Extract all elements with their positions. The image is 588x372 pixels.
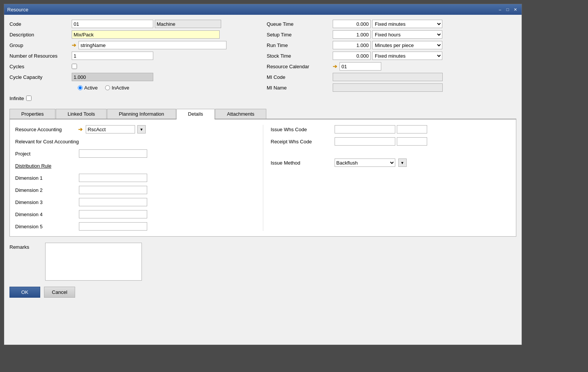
cycles-label: Cycles — [9, 64, 70, 69]
inactive-radio-item: InActive — [105, 85, 129, 91]
group-row: Group ➔ — [9, 41, 259, 50]
issue-whs-extra-input[interactable] — [397, 125, 427, 133]
queue-time-input[interactable] — [333, 20, 371, 28]
mi-name-input[interactable] — [333, 83, 443, 92]
active-label: Active — [84, 85, 97, 91]
issue-method-label: Issue Method — [271, 160, 332, 166]
tab-bar: Properties Linked Tools Planning Informa… — [9, 109, 516, 119]
num-resources-label: Number of Resources — [9, 53, 70, 59]
setup-time-row: Setup Time Fixed hours Fixed minutes Min… — [267, 30, 516, 39]
queue-time-label: Queue Time — [267, 21, 331, 27]
issue-method-select[interactable]: Backflush Manual Automatic — [335, 159, 395, 167]
top-section: Code Description Group ➔ Number — [9, 19, 516, 103]
mi-code-input[interactable] — [333, 73, 443, 81]
issue-whs-inputs — [335, 125, 427, 133]
minimize-button[interactable]: – — [497, 6, 503, 13]
resource-accounting-dropdown-btn[interactable]: ▼ — [137, 125, 146, 133]
tab-details[interactable]: Details — [176, 109, 215, 119]
cycle-capacity-label: Cycle Capacity — [9, 74, 70, 80]
setup-time-label: Setup Time — [267, 32, 331, 38]
description-row: Description — [9, 30, 259, 39]
tab-linked-tools[interactable]: Linked Tools — [56, 109, 107, 119]
dimension2-row: Dimension 2 — [15, 185, 255, 195]
code-input[interactable] — [72, 20, 153, 28]
remarks-section: Remarks — [9, 243, 516, 281]
cycle-capacity-input[interactable] — [72, 73, 153, 81]
description-input[interactable] — [72, 30, 220, 39]
receipt-whs-extra-input[interactable] — [397, 137, 427, 146]
dimension3-row: Dimension 3 — [15, 198, 255, 207]
project-input[interactable] — [79, 149, 147, 158]
spacer — [271, 149, 511, 155]
cycles-checkbox[interactable] — [72, 64, 77, 69]
resource-calendar-label: Resource Calendar — [267, 64, 331, 69]
tab-attachments[interactable]: Attachments — [215, 109, 266, 119]
group-arrow-icon: ➔ — [72, 42, 76, 48]
tab-properties[interactable]: Properties — [9, 109, 55, 119]
num-resources-input[interactable] — [72, 52, 153, 60]
code-label: Code — [9, 21, 70, 27]
cancel-button[interactable]: Cancel — [44, 287, 75, 298]
receipt-whs-input[interactable] — [335, 137, 395, 146]
dimension5-label: Dimension 5 — [15, 224, 76, 229]
close-button[interactable]: ✕ — [512, 6, 519, 13]
issue-method-row: Issue Method Backflush Manual Automatic … — [271, 158, 511, 167]
dimension3-label: Dimension 3 — [15, 199, 76, 205]
relevant-cost-row: Relevant for Cost Accounting — [15, 137, 255, 146]
dimension2-input[interactable] — [79, 186, 147, 194]
dimension4-input[interactable] — [79, 210, 147, 218]
project-row: Project — [15, 149, 255, 158]
dimension3-input[interactable] — [79, 198, 147, 206]
dimension4-row: Dimension 4 — [15, 210, 255, 219]
run-time-row: Run Time Minutes per piece Fixed hours F… — [267, 41, 516, 50]
stock-time-input[interactable] — [333, 52, 371, 60]
num-resources-row: Number of Resources — [9, 51, 259, 60]
resource-accounting-input[interactable] — [86, 125, 135, 133]
dimension5-input[interactable] — [79, 222, 147, 231]
machine-type-input[interactable] — [155, 20, 221, 28]
dimension5-row: Dimension 5 — [15, 222, 255, 231]
active-radio-item: Active — [78, 85, 97, 91]
dimension2-label: Dimension 2 — [15, 187, 76, 193]
tab-details-content: Resource Accounting ➔ ▼ Relevant for Cos… — [9, 119, 516, 237]
dimension1-input[interactable] — [79, 174, 147, 182]
distribution-rule-label: Distribution Rule — [15, 163, 51, 169]
relevant-cost-label: Relevant for Cost Accounting — [15, 139, 79, 144]
remarks-label: Remarks — [9, 243, 40, 250]
issue-method-dropdown-btn[interactable]: ▼ — [398, 159, 407, 167]
queue-time-unit-select[interactable]: Fixed minutes Fixed hours Minutes per pi… — [372, 20, 442, 28]
ok-button[interactable]: OK — [9, 287, 40, 298]
project-label: Project — [15, 151, 76, 157]
resource-window: Resource – □ ✕ Code Description — [4, 4, 522, 345]
stock-time-row: Stock Time Fixed minutes Fixed hours Min… — [267, 51, 516, 60]
right-fields: Queue Time Fixed minutes Fixed hours Min… — [267, 19, 516, 103]
content-area: Code Description Group ➔ Number — [4, 15, 522, 345]
bottom-buttons: OK Cancel — [9, 284, 516, 299]
issue-whs-label: Issue Whs Code — [271, 127, 332, 132]
tab-planning-info[interactable]: Planning Information — [107, 109, 176, 119]
run-time-input[interactable] — [333, 41, 371, 49]
group-input[interactable] — [79, 41, 226, 49]
tab-container: Properties Linked Tools Planning Informa… — [9, 106, 516, 237]
resource-calendar-input[interactable] — [340, 62, 381, 71]
mi-code-label: MI Code — [267, 74, 331, 80]
dimension4-label: Dimension 4 — [15, 212, 76, 217]
run-time-unit-select[interactable]: Minutes per piece Fixed hours Fixed minu… — [372, 41, 442, 49]
stock-time-unit-select[interactable]: Fixed minutes Fixed hours Minutes per pi… — [372, 52, 442, 60]
remarks-textarea[interactable] — [45, 243, 142, 281]
calendar-arrow-icon: ➔ — [333, 63, 337, 69]
ra-arrow-icon: ➔ — [78, 126, 83, 132]
stock-time-label: Stock Time — [267, 53, 331, 59]
setup-time-unit-select[interactable]: Fixed hours Fixed minutes Minutes per pi… — [372, 30, 442, 39]
maximize-button[interactable]: □ — [504, 6, 511, 13]
active-radio[interactable] — [78, 85, 83, 90]
description-label: Description — [9, 32, 70, 38]
title-bar-controls: – □ ✕ — [497, 6, 519, 13]
infinite-row: Infinite — [9, 94, 259, 103]
setup-time-input[interactable] — [333, 30, 371, 39]
infinite-checkbox[interactable] — [26, 96, 31, 101]
inactive-radio[interactable] — [105, 85, 110, 90]
issue-whs-input[interactable] — [335, 125, 395, 133]
receipt-whs-inputs — [335, 137, 427, 146]
group-label: Group — [9, 42, 70, 48]
